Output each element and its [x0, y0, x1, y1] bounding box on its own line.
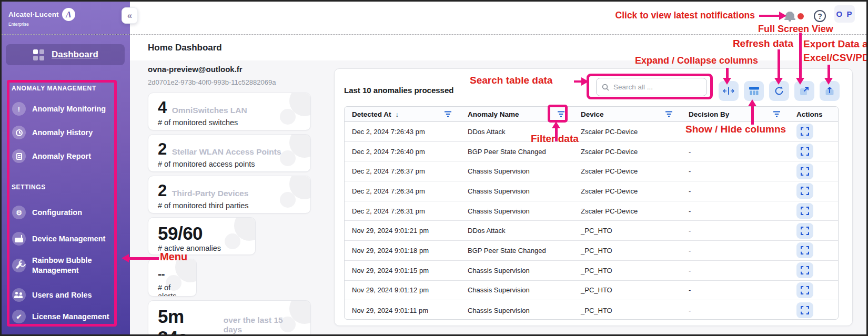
topbar: [130, 2, 866, 34]
expand-row-icon: [801, 167, 809, 176]
search-icon: [602, 84, 609, 91]
stat-card-active-anomalies: 59/60 # active anomalies: [148, 217, 256, 255]
search-input[interactable]: [613, 83, 698, 91]
sort-desc-icon: ↓: [396, 110, 399, 118]
filter-icon[interactable]: [665, 111, 673, 117]
row-expand-button[interactable]: [796, 124, 813, 139]
cell-anomaly-name: BGP Peer State Changed: [460, 247, 573, 254]
row-expand-button[interactable]: [796, 164, 813, 179]
row-expand-button[interactable]: [796, 282, 813, 298]
sidebar-item-license-management[interactable]: ✔ License Management: [12, 310, 117, 323]
refresh-icon: [774, 86, 784, 96]
users-icon: [12, 288, 26, 302]
cell-decision-by: -: [681, 128, 789, 136]
stat-card-switches: 4 OmniSwitches LAN # of monitored switch…: [148, 93, 311, 130]
cell-anomaly-name: Chassis Supervision: [460, 187, 573, 195]
row-expand-button[interactable]: [796, 144, 813, 159]
expand-row-icon: [801, 306, 809, 314]
stat-label: OmniSwitches LAN: [172, 106, 247, 115]
row-expand-button[interactable]: [796, 302, 813, 318]
cell-detected-at: Nov 29, 2024 9:01:12 pm: [345, 286, 460, 294]
stat-card-third-party: 2 Third-Party Devices # of monitored thi…: [148, 176, 311, 213]
help-icon[interactable]: ?: [814, 10, 826, 22]
cell-device: Zscaler PC-Device: [573, 128, 681, 136]
full-screen-button[interactable]: [794, 81, 814, 101]
row-expand-button[interactable]: [796, 242, 813, 258]
show-hide-columns-button[interactable]: [744, 81, 764, 101]
stat-card-avg-acknowledgement: 5m 34s over the last 15 days Average tim…: [148, 300, 311, 336]
table-row: Dec 2, 2024 7:26:34 pm Chassis Supervisi…: [345, 181, 838, 201]
cell-detected-at: Nov 29, 2024 9:01:15 pm: [345, 267, 460, 274]
table-header: Detected At ↓ Anomaly Name Device: [345, 107, 838, 122]
row-expand-button[interactable]: [796, 183, 813, 199]
cell-device: Zscaler PC-Device: [573, 187, 681, 195]
license-check-icon: ✔: [12, 310, 26, 323]
stat-value: 5m 34s: [158, 306, 218, 336]
dashboard-grid-icon: [33, 49, 44, 60]
header-divider: [2, 34, 866, 35]
filter-icon[interactable]: [444, 111, 452, 117]
cell-device: _PC_HTO: [573, 307, 681, 314]
column-header-anomaly-name[interactable]: Anomaly Name: [460, 107, 573, 121]
cell-detected-at: Nov 29, 2024 9:01:18 pm: [345, 247, 460, 254]
expand-row-icon: [801, 147, 809, 156]
sidebar-item-configuration[interactable]: ⚙ Configuration: [12, 206, 117, 219]
table-row: Dec 2, 2024 7:26:43 pm DDos Attack Zscal…: [345, 122, 838, 142]
sidebar-item-label: Dashboard: [52, 49, 98, 60]
row-expand-button[interactable]: [796, 262, 813, 278]
export-button[interactable]: [820, 81, 840, 101]
cell-decision-by: -: [681, 307, 789, 314]
expand-row-icon: [801, 246, 809, 254]
cell-anomaly-name: DDos Attack: [460, 227, 573, 235]
column-header-device[interactable]: Device: [573, 107, 681, 121]
column-header-detected-at[interactable]: Detected At ↓: [345, 107, 460, 121]
stat-card-access-points: 2 Stellar WLAN Access Points # of monito…: [148, 134, 311, 172]
table-row: Nov 29, 2024 9:01:15 pm Chassis Supervis…: [345, 261, 838, 281]
column-header-decision-by[interactable]: Decision By: [681, 107, 789, 121]
sidebar-item-users-and-roles[interactable]: Users and Roles: [12, 288, 117, 302]
table-row: Nov 29, 2024 9:01:21 pm DDos Attack _PC_…: [345, 221, 838, 241]
table-row: Nov 29, 2024 9:01:18 pm BGP Peer State C…: [345, 241, 838, 261]
sidebar-item-anomaly-history[interactable]: Anomaly History: [12, 126, 117, 139]
history-clock-icon: [12, 126, 26, 139]
cell-detected-at: Dec 2, 2024 7:26:37 pm: [345, 167, 460, 175]
table-row: Nov 29, 2024 9:01:12 pm Chassis Supervis…: [345, 281, 838, 301]
account-id: 2d0701e2-973b-40f0-993b-11c52882069a: [148, 78, 276, 86]
cell-anomaly-name: Chassis Supervision: [460, 167, 573, 175]
row-expand-button[interactable]: [796, 203, 813, 219]
refresh-button[interactable]: [769, 81, 789, 101]
cell-decision-by: -: [681, 267, 789, 274]
stat-value: 59/60: [158, 223, 203, 244]
stat-sublabel: # active anomalies: [158, 244, 248, 252]
sidebar-item-anomaly-report[interactable]: Anomaly Report: [12, 149, 117, 163]
cell-anomaly-name: Chassis Supervision: [460, 286, 573, 294]
table-body: Dec 2, 2024 7:26:43 pm DDos Attack Zscal…: [345, 122, 838, 320]
cell-detected-at: Dec 2, 2024 7:26:34 pm: [345, 187, 460, 195]
user-avatar[interactable]: O P: [834, 5, 855, 23]
cell-detected-at: Dec 2, 2024 7:26:43 pm: [345, 128, 460, 136]
notifications-bell-icon[interactable]: [784, 11, 805, 24]
table-row: Dec 2, 2024 7:26:37 pm Chassis Supervisi…: [345, 161, 838, 181]
filter-icon[interactable]: [773, 111, 781, 117]
sidebar-item-dashboard[interactable]: Dashboard: [6, 44, 125, 65]
expand-row-icon: [801, 127, 809, 136]
sidebar-collapse-button[interactable]: «: [122, 7, 138, 24]
brand-logo-block: Alcatel·Lucent A Enterprise: [8, 8, 75, 27]
expand-row-icon: [801, 207, 809, 215]
report-icon: [12, 149, 26, 163]
stat-label: Stellar WLAN Access Points: [172, 147, 281, 157]
expand-collapse-columns-button[interactable]: [719, 81, 739, 101]
table-row: Nov 29, 2024 9:01:11 pm Chassis Supervis…: [345, 300, 838, 320]
sidebar-item-device-management[interactable]: Device Management: [12, 232, 117, 246]
row-expand-button[interactable]: [796, 223, 813, 239]
expand-row-icon: [801, 286, 809, 294]
expand-row-icon: [801, 187, 809, 195]
export-icon: [824, 86, 835, 96]
sidebar-item-rainbow-bubble-management[interactable]: Rainbow Bubble Management: [12, 256, 117, 276]
sidebar-item-anomaly-monitoring[interactable]: ! Anomaly Monitoring: [12, 102, 117, 116]
page-header-band: [130, 35, 866, 60]
cell-device: _PC_HTO: [573, 247, 681, 254]
filter-icon[interactable]: [557, 111, 565, 117]
cell-decision-by: -: [681, 148, 789, 156]
table-title: Last 10 anomalies processed: [344, 86, 453, 95]
